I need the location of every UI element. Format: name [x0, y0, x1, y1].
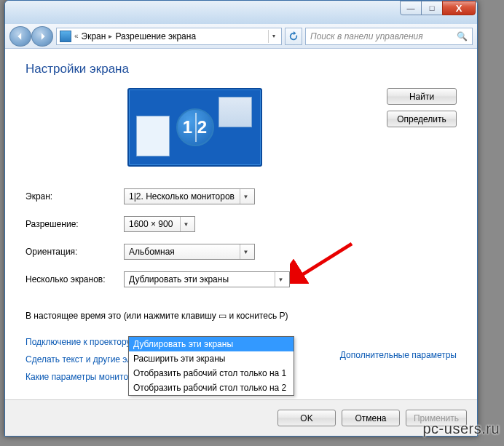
close-button[interactable]: X	[442, 1, 476, 15]
search-input[interactable]: Поиск в панели управления 🔍	[305, 28, 473, 45]
multi-screen-label: Несколько экранов:	[25, 274, 124, 284]
select-value: 1600 × 900	[129, 219, 180, 229]
display-settings-window: — □ X « Экран ▸ Разрешение экрана ▾	[4, 0, 478, 437]
ok-button[interactable]: OK	[277, 410, 336, 426]
cancel-button[interactable]: Отмена	[342, 410, 400, 426]
select-value: Дублировать эти экраны	[129, 274, 275, 284]
breadcrumb-dropdown-icon[interactable]: ▾	[268, 30, 278, 43]
chevron-icon: «	[74, 32, 79, 40]
dropdown-option[interactable]: Расширить эти экраны	[129, 351, 294, 366]
dropdown-option[interactable]: Отобразить рабочий стол только на 2	[129, 381, 294, 395]
status-text: В настоящее время это (или нажмите клави…	[25, 311, 457, 321]
resolution-label: Разрешение:	[25, 219, 124, 229]
titlebar: — □ X	[5, 1, 477, 24]
window-controls: — □ X	[401, 1, 476, 15]
preview-window-icon	[136, 116, 170, 156]
chevron-down-icon: ▼	[275, 272, 286, 287]
content-area: Настройки экрана 1 2 Найти Определить Эк…	[5, 49, 477, 399]
preview-window-icon	[218, 97, 252, 127]
page-title: Настройки экрана	[25, 62, 457, 76]
monitor-number-badge: 1 2	[176, 108, 214, 146]
dropdown-option[interactable]: Дублировать эти экраны	[129, 337, 294, 351]
select-value: 1|2. Несколько мониторов	[129, 191, 240, 202]
breadcrumb[interactable]: « Экран ▸ Разрешение экрана ▾	[56, 28, 282, 45]
find-button[interactable]: Найти	[387, 88, 457, 105]
monitor-preview[interactable]: 1 2	[127, 88, 262, 167]
back-button[interactable]	[9, 26, 31, 47]
select-value: Альбомная	[129, 247, 240, 257]
search-placeholder: Поиск в панели управления	[310, 31, 423, 41]
navbar: « Экран ▸ Разрешение экрана ▾ Поиск в па…	[5, 24, 477, 49]
watermark: pc-users.ru	[422, 421, 500, 437]
screen-select[interactable]: 1|2. Несколько мониторов ▼	[124, 188, 255, 204]
chevron-down-icon: ▼	[240, 244, 251, 259]
chevron-down-icon: ▼	[180, 217, 192, 231]
breadcrumb-item[interactable]: Разрешение экрана	[115, 31, 196, 41]
dropdown-option[interactable]: Отобразить рабочий стол только на 1	[129, 366, 294, 381]
dialog-footer: OK Отмена Применить	[5, 399, 477, 436]
minimize-button[interactable]: —	[400, 1, 422, 15]
refresh-button[interactable]	[285, 28, 302, 45]
search-icon: 🔍	[457, 31, 468, 41]
identify-button[interactable]: Определить	[387, 111, 457, 127]
chevron-right-icon: ▸	[109, 32, 112, 40]
maximize-button[interactable]: □	[421, 1, 443, 15]
multi-screen-select[interactable]: Дублировать эти экраны ▼	[124, 271, 290, 287]
breadcrumb-item[interactable]: Экран	[82, 31, 106, 41]
forward-button[interactable]	[31, 26, 53, 47]
screen-label: Экран:	[25, 191, 124, 202]
resolution-select[interactable]: 1600 × 900 ▼	[124, 216, 195, 232]
advanced-settings-link[interactable]: Дополнительные параметры	[340, 350, 457, 360]
chevron-down-icon: ▼	[240, 189, 251, 204]
orientation-select[interactable]: Альбомная ▼	[124, 244, 255, 260]
control-panel-icon	[60, 31, 71, 42]
multi-screen-dropdown[interactable]: Дублировать эти экраны Расширить эти экр…	[128, 336, 294, 396]
orientation-label: Ориентация:	[25, 247, 124, 257]
